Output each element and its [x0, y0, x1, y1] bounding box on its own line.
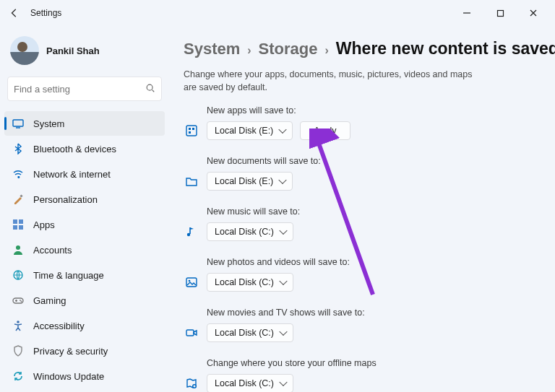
back-button[interactable]	[6, 4, 23, 22]
svg-point-11	[20, 300, 21, 301]
video-icon	[184, 325, 199, 341]
music-icon	[184, 224, 199, 240]
disk-select[interactable]: Local Disk (C:)	[207, 374, 293, 392]
svg-point-20	[189, 280, 191, 282]
svg-point-1	[147, 84, 152, 90]
maximize-button[interactable]	[484, 2, 516, 24]
svg-rect-17	[189, 131, 191, 134]
person-icon	[12, 243, 25, 256]
svg-rect-7	[19, 225, 23, 230]
sidebar-item-shield[interactable]: Privacy & security	[4, 339, 165, 363]
setting-row: New apps will save to:Local Disk (E:)App…	[184, 105, 539, 140]
image-icon	[184, 274, 199, 290]
disk-select[interactable]: Local Disk (C:)	[207, 323, 293, 342]
shield-icon	[12, 344, 25, 357]
setting-row: New movies and TV shows will save to:Loc…	[184, 308, 539, 342]
svg-rect-21	[186, 330, 194, 336]
sidebar-item-person[interactable]: Accounts	[4, 238, 165, 262]
svg-rect-5	[19, 219, 23, 224]
crumb-storage[interactable]: Storage	[259, 40, 318, 58]
apps-icon	[12, 218, 25, 231]
close-button[interactable]	[517, 2, 549, 24]
sidebar-item-bluetooth[interactable]: Bluetooth & devices	[4, 136, 165, 161]
apply-button[interactable]: Apply	[300, 121, 350, 140]
update-icon	[12, 370, 25, 383]
setting-label: New photos and videos will save to:	[184, 257, 539, 267]
minimize-button[interactable]	[451, 2, 483, 24]
page-title: Where new content is saved	[336, 39, 555, 58]
svg-rect-10	[13, 298, 23, 303]
page-description: Change where your apps, documents, music…	[184, 69, 487, 94]
select-value: Local Disk (C:)	[215, 277, 274, 287]
sidebar-item-label: Windows Update	[33, 371, 104, 382]
bluetooth-icon	[12, 142, 25, 155]
crumb-system[interactable]: System	[184, 40, 240, 58]
svg-rect-0	[497, 10, 503, 16]
disk-select[interactable]: Local Disk (E:)	[207, 172, 293, 191]
setting-row: New documents will save to:Local Disk (E…	[184, 156, 539, 191]
sidebar-item-update[interactable]: Windows Update	[4, 364, 165, 388]
sidebar-item-wifi[interactable]: Network & internet	[4, 162, 165, 186]
titlebar: Settings	[0, 0, 555, 26]
content: System › Storage › Where new content is …	[169, 26, 555, 392]
system-icon	[12, 117, 25, 130]
chevron-right-icon: ›	[325, 44, 329, 57]
setting-row: Change where you store your offline maps…	[184, 358, 539, 392]
select-value: Local Disk (C:)	[215, 328, 274, 338]
app-icon	[184, 123, 199, 139]
sidebar-item-system[interactable]: System	[4, 111, 165, 136]
window-title: Settings	[30, 8, 61, 18]
gamepad-icon	[12, 294, 25, 307]
sidebar-item-gamepad[interactable]: Gaming	[4, 288, 165, 313]
sidebar-item-label: Personalization	[33, 194, 98, 205]
svg-point-13	[17, 321, 20, 323]
search-box[interactable]	[7, 77, 162, 101]
search-input[interactable]	[14, 84, 145, 95]
profile-name: Pankil Shah	[46, 45, 100, 56]
setting-label: New movies and TV shows will save to:	[184, 308, 539, 318]
svg-point-8	[16, 245, 20, 250]
disk-select[interactable]: Local Disk (C:)	[207, 222, 293, 241]
setting-row: New music will save to:Local Disk (C:)	[184, 206, 539, 241]
svg-rect-15	[189, 128, 191, 130]
sidebar-item-globe[interactable]: Time & language	[4, 263, 165, 287]
sidebar-item-label: Privacy & security	[33, 346, 108, 357]
svg-rect-19	[186, 278, 197, 287]
setting-label: New music will save to:	[184, 206, 539, 217]
disk-select[interactable]: Local Disk (C:)	[207, 273, 293, 292]
svg-point-18	[187, 233, 190, 236]
map-icon	[184, 375, 199, 391]
sidebar-item-label: System	[33, 118, 64, 129]
profile[interactable]: Pankil Shah	[4, 30, 165, 75]
svg-rect-14	[186, 126, 197, 136]
sidebar-item-brush[interactable]: Personalization	[4, 187, 165, 212]
svg-point-12	[21, 301, 22, 302]
avatar	[10, 36, 39, 65]
setting-label: New apps will save to:	[184, 105, 539, 116]
search-icon	[145, 83, 155, 95]
select-value: Local Disk (C:)	[215, 227, 274, 237]
svg-rect-16	[192, 128, 194, 130]
select-value: Local Disk (E:)	[215, 126, 273, 136]
wifi-icon	[12, 167, 25, 180]
setting-row: New photos and videos will save to:Local…	[184, 257, 539, 292]
svg-rect-2	[13, 120, 23, 126]
setting-label: Change where you store your offline maps	[184, 358, 539, 368]
sidebar-item-apps[interactable]: Apps	[4, 212, 165, 237]
sidebar-item-label: Accounts	[33, 245, 72, 256]
chevron-right-icon: ›	[247, 44, 251, 57]
sidebar-item-label: Gaming	[33, 295, 66, 306]
select-value: Local Disk (E:)	[215, 176, 273, 186]
nav: SystemBluetooth & devicesNetwork & inter…	[4, 111, 165, 388]
sidebar-item-label: Bluetooth & devices	[33, 144, 116, 154]
brush-icon	[12, 193, 25, 206]
sidebar-item-label: Time & language	[33, 270, 104, 281]
disk-select[interactable]: Local Disk (E:)	[207, 121, 293, 140]
sidebar-item-accessibility[interactable]: Accessibility	[4, 313, 165, 338]
svg-rect-3	[20, 194, 22, 197]
sidebar-item-label: Apps	[33, 219, 55, 230]
globe-icon	[12, 269, 25, 282]
setting-label: New documents will save to:	[184, 156, 539, 166]
sidebar-item-label: Network & internet	[33, 169, 111, 180]
sidebar-item-label: Accessibility	[33, 321, 85, 331]
